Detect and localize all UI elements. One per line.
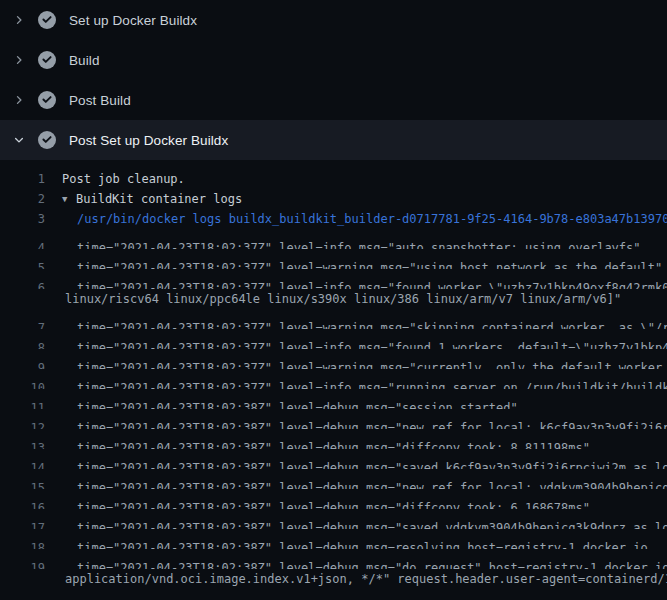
chevron-right-icon[interactable]: [12, 53, 26, 67]
log-row: 2▼BuildKit container logs: [0, 189, 667, 209]
log-text: BuildKit container logs: [76, 189, 242, 209]
check-circle-icon: [38, 11, 56, 29]
log-output: 1Post job cleanup.2▼BuildKit container l…: [0, 160, 667, 600]
chevron-right-icon[interactable]: [12, 13, 26, 27]
log-text: time="2021-04-23T18:02:37Z" level=warnin…: [77, 258, 662, 269]
log-text: time="2021-04-23T18:02:38Z" level=debug …: [77, 418, 667, 429]
line-number[interactable]: 4: [0, 238, 45, 249]
line-number: [0, 289, 45, 309]
line-number[interactable]: 16: [0, 498, 45, 509]
log-text: time="2021-04-23T18:02:38Z" level=debug …: [77, 498, 590, 509]
log-row: 15time="2021-04-23T18:02:38Z" level=debu…: [0, 469, 667, 489]
log-text: time="2021-04-23T18:02:37Z" level=info m…: [77, 278, 667, 289]
step-label: Set up Docker Buildx: [69, 13, 197, 28]
log-row: application/vnd.oci.image.index.v1+json,…: [0, 569, 667, 589]
log-text: time="2021-04-23T18:02:38Z" level=debug …: [77, 538, 648, 549]
log-row: 13time="2021-04-23T18:02:38Z" level=debu…: [0, 429, 667, 449]
log-row: linux/riscv64 linux/ppc64le linux/s390x …: [0, 289, 667, 309]
step-label: Post Set up Docker Buildx: [69, 133, 228, 148]
log-row: 1Post job cleanup.: [0, 169, 667, 189]
line-number[interactable]: 14: [0, 458, 45, 469]
line-number[interactable]: 2: [0, 189, 45, 209]
step-header-build[interactable]: Build: [0, 40, 667, 80]
line-number[interactable]: 8: [0, 338, 45, 349]
log-text: time="2021-04-23T18:02:38Z" level=debug …: [77, 438, 590, 449]
step-header-post-build[interactable]: Post Build: [0, 80, 667, 120]
log-text: time="2021-04-23T18:02:37Z" level=info m…: [77, 378, 667, 389]
line-number[interactable]: 11: [0, 398, 45, 409]
group-toggle-icon[interactable]: ▼: [62, 189, 71, 209]
log-row: 19time="2021-04-23T18:02:38Z" level=debu…: [0, 549, 667, 569]
log-text: time="2021-04-23T18:02:38Z" level=debug …: [77, 558, 667, 569]
line-number[interactable]: 6: [0, 278, 45, 289]
line-number[interactable]: 1: [0, 169, 45, 189]
check-circle-icon: [38, 51, 56, 69]
log-row: 5time="2021-04-23T18:02:37Z" level=warni…: [0, 249, 667, 269]
log-text: time="2021-04-23T18:02:37Z" level=warnin…: [77, 318, 667, 329]
line-number: [0, 569, 45, 589]
command-text: /usr/bin/docker logs buildx_buildkit_bui…: [77, 209, 667, 229]
log-row: 6time="2021-04-23T18:02:37Z" level=info …: [0, 269, 667, 289]
check-circle-icon: [38, 131, 56, 149]
log-text: time="2021-04-23T18:02:37Z" level=info m…: [77, 238, 641, 249]
log-row: 7time="2021-04-23T18:02:37Z" level=warni…: [0, 309, 667, 329]
log-text: time="2021-04-23T18:02:38Z" level=debug …: [77, 518, 667, 529]
steps-list: Set up Docker Buildx Build Post Build Po…: [0, 0, 667, 160]
log-row: 20time="2021-04-23T18:02:38Z" level=debu…: [0, 589, 667, 600]
line-number[interactable]: 7: [0, 318, 45, 329]
log-text: time="2021-04-23T18:02:38Z" level=debug …: [77, 398, 518, 409]
log-row: 12time="2021-04-23T18:02:38Z" level=debu…: [0, 409, 667, 429]
step-header-post-set-up-docker-buildx[interactable]: Post Set up Docker Buildx: [0, 120, 667, 160]
log-row: 11time="2021-04-23T18:02:38Z" level=debu…: [0, 389, 667, 409]
log-text: application/vnd.oci.image.index.v1+json,…: [65, 569, 667, 589]
line-number[interactable]: 10: [0, 378, 45, 389]
log-row: 14time="2021-04-23T18:02:38Z" level=debu…: [0, 449, 667, 469]
line-number[interactable]: 3: [0, 209, 45, 229]
log-row: 18time="2021-04-23T18:02:38Z" level=debu…: [0, 529, 667, 549]
log-text: time="2021-04-23T18:02:38Z" level=debug …: [77, 458, 667, 469]
line-number[interactable]: 18: [0, 538, 45, 549]
line-number[interactable]: 13: [0, 438, 45, 449]
log-text: linux/riscv64 linux/ppc64le linux/s390x …: [65, 289, 621, 309]
check-circle-icon: [38, 91, 56, 109]
log-row: 8time="2021-04-23T18:02:37Z" level=info …: [0, 329, 667, 349]
step-header-set-up-docker-buildx[interactable]: Set up Docker Buildx: [0, 0, 667, 40]
line-number[interactable]: 19: [0, 558, 45, 569]
chevron-right-icon[interactable]: [12, 93, 26, 107]
log-row: 16time="2021-04-23T18:02:38Z" level=debu…: [0, 489, 667, 509]
log-row: 10time="2021-04-23T18:02:37Z" level=info…: [0, 369, 667, 389]
log-row: 9time="2021-04-23T18:02:37Z" level=warni…: [0, 349, 667, 369]
line-number[interactable]: 17: [0, 518, 45, 529]
log-row: 17time="2021-04-23T18:02:38Z" level=debu…: [0, 509, 667, 529]
log-text: Post job cleanup.: [62, 169, 185, 189]
chevron-down-icon[interactable]: [12, 133, 26, 147]
line-number[interactable]: 9: [0, 358, 45, 369]
log-row: 3/usr/bin/docker logs buildx_buildkit_bu…: [0, 209, 667, 229]
step-label: Build: [69, 53, 100, 68]
line-number[interactable]: 12: [0, 418, 45, 429]
line-number[interactable]: 5: [0, 258, 45, 269]
log-text: time="2021-04-23T18:02:37Z" level=info m…: [77, 338, 667, 349]
step-label: Post Build: [69, 93, 131, 108]
line-number[interactable]: 15: [0, 478, 45, 489]
log-text: time="2021-04-23T18:02:38Z" level=debug …: [77, 478, 667, 489]
log-row: 4time="2021-04-23T18:02:37Z" level=info …: [0, 229, 667, 249]
log-text: time="2021-04-23T18:02:37Z" level=warnin…: [77, 358, 667, 369]
